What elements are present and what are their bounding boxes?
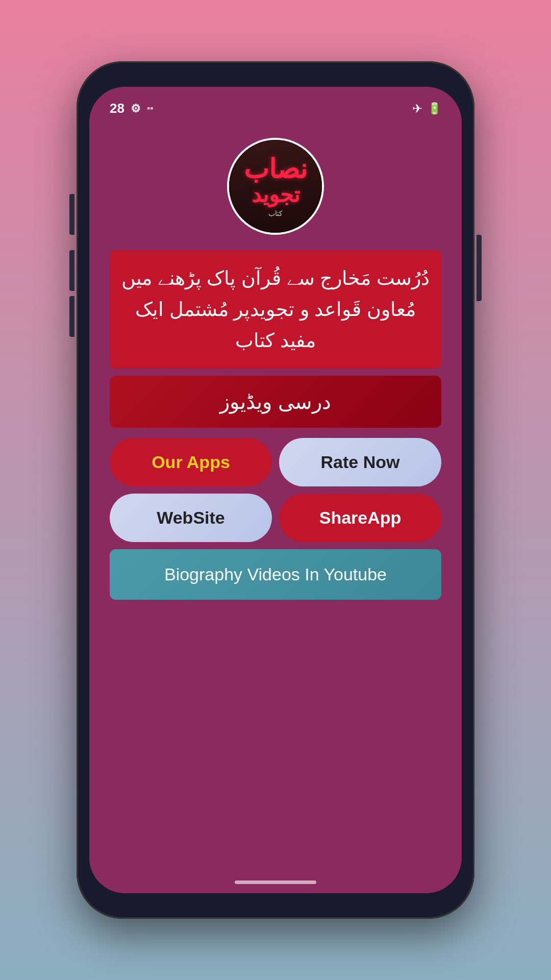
website-button[interactable]: WebSite (110, 494, 272, 542)
logo-sub-text: کتاب (263, 209, 288, 217)
sim-icon: ▪▪ (147, 103, 154, 114)
settings-icon: ⚙ (131, 102, 141, 115)
phone-frame: 28 ⚙ ▪▪ ✈ 🔋 نصاب تجوید کتاب (77, 61, 474, 919)
share-app-label: ShareApp (319, 508, 402, 527)
biography-videos-label: Biography Videos In Youtube (164, 565, 387, 584)
dars-videos-button[interactable]: درسی ویڈیوز (110, 376, 441, 428)
description-banner: دُرُست مَخارج سے قُرآن پاک پڑھنے میں مُع… (110, 250, 441, 369)
logo-background: نصاب تجوید کتاب (229, 140, 322, 233)
battery-icon: 🔋 (428, 102, 441, 115)
app-logo-avatar: نصاب تجوید کتاب (227, 138, 324, 235)
logo-main-text: نصاب (244, 156, 307, 182)
biography-videos-button[interactable]: Biography Videos In Youtube (110, 549, 441, 600)
website-label: WebSite (157, 508, 225, 527)
our-apps-label: Our Apps (152, 452, 230, 472)
airplane-icon: ✈ (412, 102, 422, 116)
our-apps-button[interactable]: Our Apps (110, 438, 272, 486)
home-indicator (235, 880, 316, 884)
action-buttons-grid: Our Apps Rate Now WebSite ShareApp (110, 438, 441, 542)
status-right-icons: ✈ 🔋 (412, 102, 441, 116)
app-content: نصاب تجوید کتاب دُرُست مَخارج سے قُرآن پ… (89, 122, 462, 893)
dars-videos-label: درسی ویڈیوز (220, 390, 331, 413)
time-display: 28 (110, 101, 124, 116)
share-app-button[interactable]: ShareApp (279, 494, 441, 542)
description-text: دُرُست مَخارج سے قُرآن پاک پڑھنے میں مُع… (121, 267, 429, 351)
rate-now-button[interactable]: Rate Now (279, 438, 441, 486)
status-time-area: 28 ⚙ ▪▪ (110, 101, 154, 116)
phone-screen: 28 ⚙ ▪▪ ✈ 🔋 نصاب تجوید کتاب (89, 87, 462, 893)
logo-title-text: تجوید (252, 182, 300, 207)
rate-now-label: Rate Now (321, 452, 400, 472)
status-bar: 28 ⚙ ▪▪ ✈ 🔋 (89, 87, 462, 122)
